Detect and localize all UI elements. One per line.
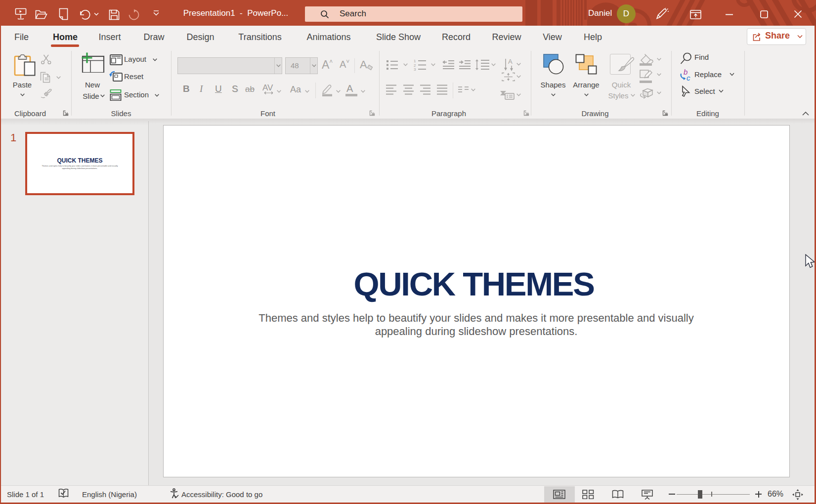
svg-text:3: 3 [414,67,416,71]
svg-text:c: c [687,74,690,82]
svg-text:A: A [508,58,513,65]
